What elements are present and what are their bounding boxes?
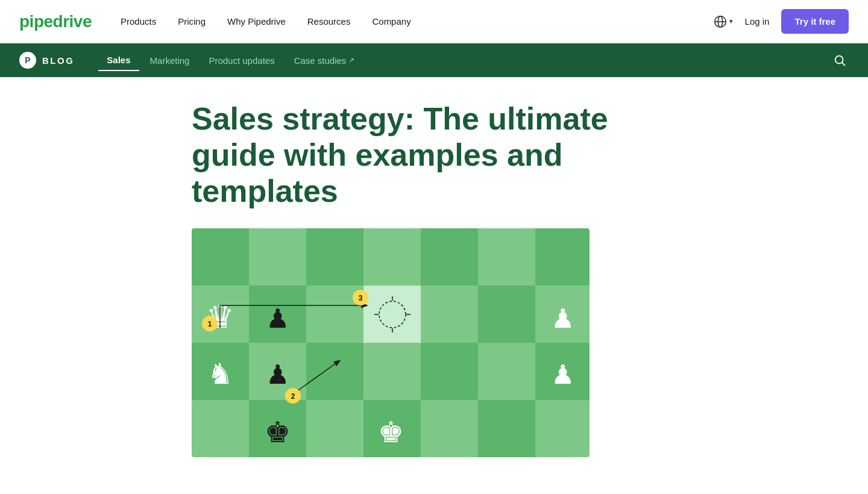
- chess-illustration: ♛ ♟ ♟ ♞ ♟ ♟ ♚ ♚: [192, 228, 590, 457]
- top-navigation: pipedrive Products Pricing Why Pipedrive…: [0, 0, 868, 43]
- nav-resources[interactable]: Resources: [307, 16, 351, 27]
- language-selector[interactable]: ▾: [714, 15, 733, 28]
- search-icon: [833, 54, 846, 67]
- svg-text:♟: ♟: [266, 304, 289, 334]
- blog-search-button[interactable]: [831, 51, 849, 69]
- svg-rect-26: [192, 400, 249, 457]
- blog-navigation: P BLOG Sales Marketing Product updates C…: [0, 43, 868, 77]
- svg-text:♞: ♞: [207, 358, 233, 390]
- blog-nav-links: Sales Marketing Product updates Case stu…: [98, 50, 831, 71]
- chevron-down-icon: ▾: [729, 17, 733, 25]
- svg-text:♟: ♟: [551, 304, 574, 334]
- svg-rect-11: [535, 228, 590, 286]
- blog-nav-sales[interactable]: Sales: [98, 50, 139, 71]
- svg-rect-32: [535, 400, 590, 457]
- nav-why-pipedrive[interactable]: Why Pipedrive: [227, 16, 286, 27]
- svg-rect-28: [306, 400, 363, 457]
- svg-rect-8: [363, 228, 421, 286]
- svg-text:1: 1: [208, 320, 212, 328]
- svg-rect-22: [363, 343, 421, 400]
- nav-pricing[interactable]: Pricing: [178, 16, 206, 27]
- svg-text:♟: ♟: [266, 360, 289, 390]
- svg-rect-9: [421, 228, 478, 286]
- svg-text:♟: ♟: [551, 360, 574, 390]
- svg-rect-6: [249, 228, 306, 286]
- external-link-icon: ↗: [348, 56, 354, 64]
- login-button[interactable]: Log in: [745, 16, 770, 27]
- blog-label: BLOG: [42, 55, 74, 66]
- blog-nav-case-studies[interactable]: Case studies ↗: [286, 51, 363, 70]
- chess-board-svg: ♛ ♟ ♟ ♞ ♟ ♟ ♚ ♚: [192, 228, 590, 457]
- blog-nav-marketing[interactable]: Marketing: [142, 51, 198, 70]
- globe-icon: [714, 15, 727, 28]
- svg-rect-16: [421, 286, 478, 343]
- logo-text: pipedrive: [19, 12, 92, 31]
- svg-rect-21: [306, 343, 363, 400]
- svg-rect-10: [478, 228, 535, 286]
- nav-links: Products Pricing Why Pipedrive Resources…: [121, 16, 714, 27]
- svg-text:3: 3: [359, 294, 363, 302]
- nav-right: ▾ Log in Try it free: [714, 9, 849, 34]
- svg-rect-23: [421, 343, 478, 400]
- svg-text:2: 2: [291, 392, 295, 401]
- logo[interactable]: pipedrive: [19, 12, 92, 31]
- svg-text:♚: ♚: [378, 416, 404, 448]
- svg-rect-17: [478, 286, 535, 343]
- svg-point-3: [835, 56, 843, 64]
- svg-rect-7: [306, 228, 363, 286]
- case-studies-label: Case studies: [294, 55, 347, 66]
- nav-company[interactable]: Company: [372, 16, 410, 27]
- svg-rect-5: [192, 228, 249, 286]
- svg-rect-31: [478, 400, 535, 457]
- svg-rect-30: [421, 400, 478, 457]
- svg-line-4: [842, 63, 845, 66]
- main-content: Sales strategy: The ultimate guide with …: [163, 77, 705, 457]
- nav-products[interactable]: Products: [121, 16, 156, 27]
- svg-rect-33: [363, 286, 421, 343]
- svg-text:♚: ♚: [265, 416, 291, 448]
- blog-logo-circle: P: [19, 52, 36, 69]
- blog-nav-product-updates[interactable]: Product updates: [200, 51, 283, 70]
- blog-logo: P BLOG: [19, 52, 74, 69]
- svg-rect-24: [478, 343, 535, 400]
- try-free-button[interactable]: Try it free: [781, 9, 849, 34]
- article-title: Sales strategy: The ultimate guide with …: [192, 101, 676, 209]
